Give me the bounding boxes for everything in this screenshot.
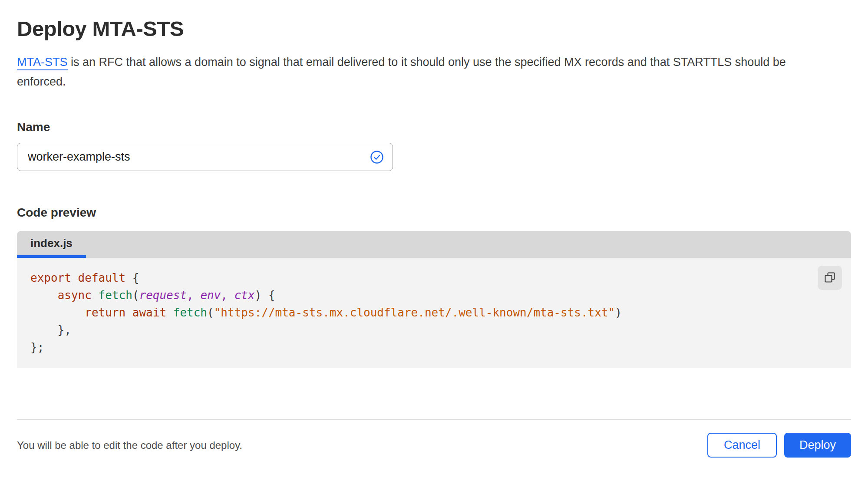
footer: You will be able to edit the code after … [17,433,851,458]
name-input-wrapper [17,143,393,171]
copy-button[interactable] [818,266,842,290]
deploy-button[interactable]: Deploy [784,433,851,458]
footer-actions: Cancel Deploy [707,433,851,458]
name-input[interactable] [17,143,393,171]
copy-icon [823,271,836,285]
description: MTA-STS is an RFC that allows a domain t… [17,53,838,92]
footer-divider [17,419,851,420]
code-preview-card: index.js export default { async fetch(re… [17,231,851,368]
code-tab-bar: index.js [17,231,851,258]
code-area: export default { async fetch(request, en… [17,258,851,368]
description-text: is an RFC that allows a domain to signal… [17,56,786,88]
page-title: Deploy MTA-STS [17,16,851,41]
tab-label: index.js [30,237,73,250]
check-circle-icon [370,150,384,165]
mta-sts-link[interactable]: MTA-STS [17,56,68,70]
deploy-mta-sts-page: Deploy MTA-STS MTA-STS is an RFC that al… [0,16,868,458]
code-content: export default { async fetch(request, en… [30,269,808,356]
cancel-button[interactable]: Cancel [707,433,777,458]
tab-index-js[interactable]: index.js [17,231,86,258]
deploy-note: You will be able to edit the code after … [17,439,242,451]
name-label: Name [17,120,851,134]
code-preview-label: Code preview [17,206,851,220]
